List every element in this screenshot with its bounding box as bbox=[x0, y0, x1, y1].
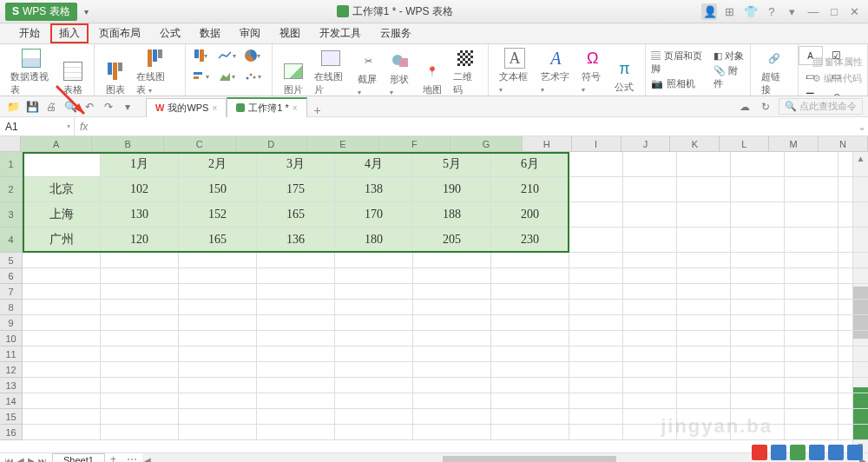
cell[interactable] bbox=[623, 228, 677, 253]
cell[interactable]: 138 bbox=[335, 177, 413, 202]
sheet-tab[interactable]: Sheet1 bbox=[52, 453, 105, 462]
cell[interactable]: 136 bbox=[257, 228, 335, 253]
menu-insert[interactable]: 插入 bbox=[50, 23, 89, 43]
cell[interactable] bbox=[101, 268, 179, 284]
user-avatar-icon[interactable]: 👤 bbox=[701, 3, 717, 20]
refresh-icon[interactable]: ↻ bbox=[758, 99, 773, 115]
cell[interactable] bbox=[623, 202, 677, 228]
cell[interactable] bbox=[785, 378, 838, 393]
cell[interactable] bbox=[785, 268, 838, 284]
cell[interactable] bbox=[335, 300, 413, 315]
cell[interactable] bbox=[179, 378, 257, 393]
cell[interactable]: 230 bbox=[491, 228, 569, 253]
equation-button[interactable]: π公式 bbox=[608, 56, 640, 96]
cell[interactable] bbox=[179, 331, 257, 346]
cell[interactable] bbox=[23, 409, 101, 425]
cell[interactable] bbox=[623, 378, 677, 393]
cell[interactable] bbox=[257, 315, 335, 331]
cell[interactable] bbox=[731, 331, 785, 346]
cell[interactable] bbox=[838, 300, 868, 315]
cell[interactable] bbox=[257, 331, 335, 346]
minimize-icon[interactable]: — bbox=[806, 5, 821, 18]
workbook-tab[interactable]: 工作簿1 * × bbox=[227, 97, 306, 117]
col-header[interactable]: J bbox=[621, 136, 671, 152]
cell[interactable] bbox=[838, 362, 868, 378]
cell[interactable] bbox=[257, 393, 335, 409]
cell[interactable] bbox=[731, 253, 785, 268]
cell[interactable] bbox=[101, 315, 179, 331]
cell[interactable] bbox=[623, 253, 677, 268]
cell[interactable] bbox=[101, 425, 179, 440]
cell[interactable] bbox=[623, 268, 677, 284]
row-header[interactable]: 6 bbox=[0, 268, 23, 284]
picture-button[interactable]: 图片 bbox=[278, 59, 309, 96]
col-header[interactable]: M bbox=[769, 136, 819, 152]
cell[interactable] bbox=[491, 425, 569, 440]
cell[interactable] bbox=[731, 268, 785, 284]
add-sheet-button[interactable]: + bbox=[105, 453, 122, 462]
wordart-button[interactable]: A艺术字 ▾ bbox=[536, 46, 576, 96]
cell[interactable] bbox=[179, 315, 257, 331]
cell[interactable] bbox=[335, 253, 413, 268]
cell[interactable] bbox=[677, 331, 731, 346]
cell[interactable] bbox=[179, 362, 257, 378]
cell[interactable] bbox=[257, 268, 335, 284]
cell[interactable] bbox=[335, 409, 413, 425]
cell[interactable] bbox=[23, 300, 101, 315]
cell[interactable] bbox=[677, 300, 731, 315]
cell[interactable] bbox=[179, 268, 257, 284]
cell[interactable] bbox=[179, 346, 257, 362]
cell[interactable] bbox=[413, 425, 491, 440]
cell[interactable] bbox=[569, 202, 623, 228]
cell[interactable] bbox=[491, 315, 569, 331]
cell[interactable] bbox=[677, 284, 731, 300]
cell[interactable] bbox=[101, 284, 179, 300]
cell[interactable] bbox=[413, 378, 491, 393]
add-tab-button[interactable]: + bbox=[307, 103, 328, 117]
cell[interactable] bbox=[731, 300, 785, 315]
sheet-list-button[interactable]: ⋯ bbox=[122, 453, 142, 462]
cell[interactable] bbox=[491, 393, 569, 409]
cell[interactable] bbox=[569, 284, 623, 300]
cell[interactable] bbox=[569, 331, 623, 346]
online-picture-button[interactable]: 在线图片 bbox=[309, 46, 352, 96]
cell[interactable]: 190 bbox=[413, 177, 491, 202]
cell[interactable] bbox=[101, 300, 179, 315]
menu-review[interactable]: 审阅 bbox=[231, 23, 269, 43]
cell[interactable] bbox=[23, 378, 101, 393]
col-header[interactable]: C bbox=[164, 136, 236, 152]
cell[interactable] bbox=[838, 409, 868, 425]
tab-next-icon[interactable]: ▶ bbox=[28, 456, 35, 462]
cell[interactable] bbox=[731, 152, 785, 177]
cell[interactable] bbox=[838, 152, 868, 177]
app-menu-caret[interactable]: ▾ bbox=[84, 7, 89, 16]
cell[interactable] bbox=[179, 393, 257, 409]
cell[interactable] bbox=[838, 202, 868, 228]
cell[interactable] bbox=[785, 425, 838, 440]
row-header[interactable]: 11 bbox=[0, 346, 23, 362]
cell[interactable] bbox=[413, 331, 491, 346]
row-header[interactable]: 2 bbox=[0, 177, 23, 202]
unknown-icon[interactable]: ⊞ bbox=[722, 5, 738, 18]
cell[interactable] bbox=[569, 362, 623, 378]
cell[interactable] bbox=[838, 425, 868, 440]
cell[interactable]: 165 bbox=[257, 202, 335, 228]
cell[interactable] bbox=[785, 152, 838, 177]
cell[interactable] bbox=[491, 284, 569, 300]
tab-prev-icon[interactable]: ◀ bbox=[17, 456, 24, 462]
cell[interactable] bbox=[569, 253, 623, 268]
fx-icon[interactable]: fx bbox=[75, 121, 93, 133]
name-box[interactable]: A1▾ bbox=[0, 117, 75, 135]
cell[interactable] bbox=[785, 393, 838, 409]
cell[interactable] bbox=[731, 177, 785, 202]
cell[interactable] bbox=[413, 300, 491, 315]
line-chart-icon[interactable]: ▾ bbox=[214, 46, 239, 65]
tab-close-icon[interactable]: × bbox=[293, 103, 298, 113]
cell[interactable]: 210 bbox=[491, 177, 569, 202]
row-header[interactable]: 12 bbox=[0, 362, 23, 378]
cell[interactable] bbox=[569, 393, 623, 409]
cell[interactable]: 165 bbox=[179, 228, 257, 253]
cell[interactable] bbox=[677, 228, 731, 253]
col-header[interactable]: D bbox=[236, 136, 308, 152]
textbox-button[interactable]: A文本框 ▾ bbox=[494, 46, 535, 96]
